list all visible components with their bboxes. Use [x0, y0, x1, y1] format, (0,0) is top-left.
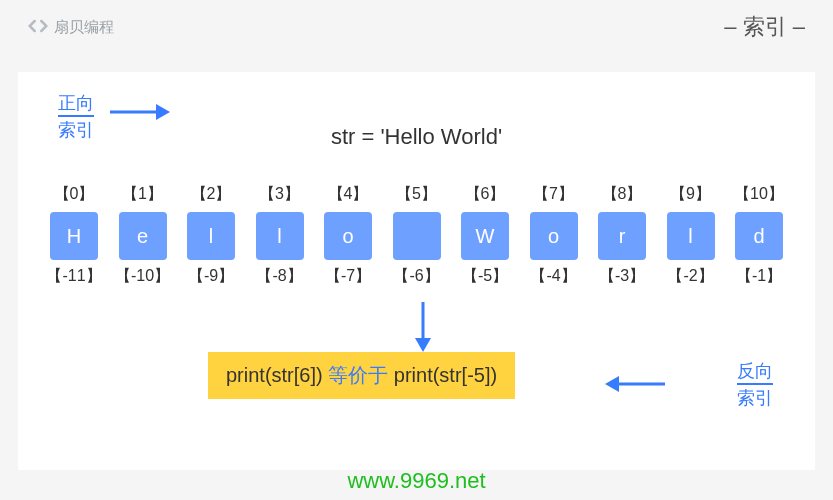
char-box: o [324, 212, 372, 260]
arrow-left-icon [605, 374, 665, 394]
positive-index: 【1】 [122, 184, 163, 206]
backward-label-line1: 反向 [737, 360, 773, 383]
index-cell: 【9】l【-2】 [663, 184, 719, 288]
backward-label-line2: 索引 [737, 383, 773, 410]
svg-marker-1 [156, 104, 170, 120]
char-box: H [50, 212, 98, 260]
char-box: W [461, 212, 509, 260]
char-box: l [256, 212, 304, 260]
index-grid: 【0】H【-11】【1】e【-10】【2】l【-9】【3】l【-8】【4】o【-… [46, 184, 787, 288]
positive-index: 【9】 [670, 184, 711, 206]
header: 扇贝编程 – 索引 – [0, 0, 833, 54]
char-box: e [119, 212, 167, 260]
index-cell: 【3】l【-8】 [252, 184, 308, 288]
brand: 扇贝编程 [28, 16, 114, 39]
negative-index: 【-11】 [46, 266, 101, 288]
positive-index: 【4】 [328, 184, 369, 206]
positive-index: 【5】 [396, 184, 437, 206]
index-cell: 【8】r【-3】 [594, 184, 650, 288]
index-cell: 【5】 【-6】 [389, 184, 445, 288]
char-box: r [598, 212, 646, 260]
negative-index: 【-2】 [667, 266, 713, 288]
negative-index: 【-8】 [256, 266, 302, 288]
positive-index: 【10】 [734, 184, 784, 206]
positive-index: 【6】 [465, 184, 506, 206]
brand-text: 扇贝编程 [54, 18, 114, 37]
positive-index: 【8】 [602, 184, 643, 206]
char-box: o [530, 212, 578, 260]
svg-marker-3 [415, 338, 431, 352]
char-box: l [187, 212, 235, 260]
page-title: – 索引 – [724, 12, 805, 42]
positive-index: 【0】 [54, 184, 95, 206]
forward-label-line1: 正向 [58, 92, 94, 115]
negative-index: 【-9】 [188, 266, 234, 288]
negative-index: 【-1】 [736, 266, 782, 288]
highlight-equals: 等价于 [328, 364, 388, 386]
code-expression: str = 'Hello World' [18, 124, 815, 150]
highlight-part2: print(str[-5]) [388, 364, 497, 386]
char-box: l [667, 212, 715, 260]
negative-index: 【-4】 [530, 266, 576, 288]
arrow-down-icon [413, 302, 433, 352]
negative-index: 【-6】 [393, 266, 439, 288]
char-box: d [735, 212, 783, 260]
positive-index: 【3】 [259, 184, 300, 206]
index-cell: 【2】l【-9】 [183, 184, 239, 288]
watermark: www.9969.net [0, 468, 833, 494]
char-box [393, 212, 441, 260]
index-cell: 【4】o【-7】 [320, 184, 376, 288]
negative-index: 【-5】 [462, 266, 508, 288]
index-cell: 【6】W【-5】 [457, 184, 513, 288]
highlight-part1: print(str[6]) [226, 364, 328, 386]
arrow-right-icon [110, 102, 170, 122]
svg-marker-5 [605, 376, 619, 392]
negative-index: 【-3】 [599, 266, 645, 288]
negative-index: 【-10】 [115, 266, 170, 288]
index-cell: 【7】o【-4】 [526, 184, 582, 288]
index-cell: 【10】d【-1】 [731, 184, 787, 288]
content-card: 正向 索引 str = 'Hello World' 【0】H【-11】【1】e【… [18, 72, 815, 470]
negative-index: 【-7】 [325, 266, 371, 288]
positive-index: 【2】 [191, 184, 232, 206]
equivalence-highlight: print(str[6]) 等价于 print(str[-5]) [208, 352, 515, 399]
code-icon [28, 16, 48, 39]
positive-index: 【7】 [533, 184, 574, 206]
index-cell: 【1】e【-10】 [115, 184, 171, 288]
backward-index-label: 反向 索引 [737, 360, 773, 411]
index-cell: 【0】H【-11】 [46, 184, 102, 288]
